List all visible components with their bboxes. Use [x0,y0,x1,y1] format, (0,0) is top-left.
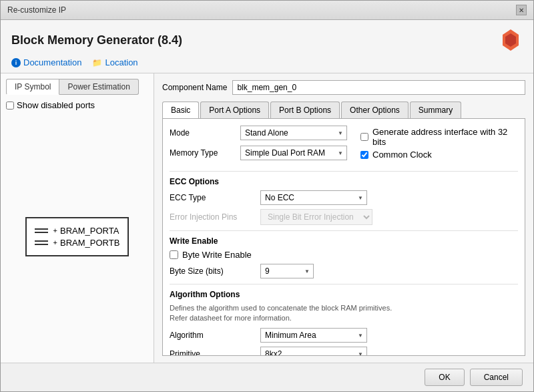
ecc-type-row: ECC Type No ECC Hamming ECC hsiao ECC [170,190,518,205]
bram-symbol: + BRAM_PORTA + BRAM_PORTB [25,217,129,256]
mode-label: Mode [170,128,236,138]
show-disabled-ports-row: Show disabled ports [6,100,148,110]
algo-row: Algorithm Minimum Area Low Power Fixed P… [170,328,518,343]
symbol-area: + BRAM_PORTA + BRAM_PORTB [6,116,148,357]
show-disabled-ports-checkbox[interactable] [6,102,14,110]
page-title: Block Memory Generator (8.4) [11,33,182,47]
footer: OK Cancel [1,363,533,391]
byte-size-select[interactable]: 8 9 [260,264,314,278]
mode-select[interactable]: Stand Alone Simple Dual Port True Dual P… [240,126,347,140]
algo-select-wrapper: Minimum Area Low Power Fixed Primitive [260,328,367,343]
error-inj-label: Error Injection Pins [170,212,256,222]
bram-porta-row: + BRAM_PORTA [35,226,120,236]
algo-section-title: Algorithm Options [170,290,518,299]
tab-power-estimation[interactable]: Power Estimation [59,79,138,95]
ip-location-link[interactable]: 📁 Location [92,57,138,67]
common-clock-checkbox[interactable] [360,151,368,159]
bram-portb-label: BRAM_PORTB [60,238,119,248]
gen-addr-checkbox[interactable] [360,133,368,141]
toolbar: i Documentation 📁 Location [1,57,533,73]
memory-type-row: Memory Type Single Port RAM Simple Dual … [170,146,347,160]
top-left: Mode Stand Alone Simple Dual Port True D… [170,126,347,166]
bram-porta-label: BRAM_PORTA [60,226,119,236]
close-button[interactable]: ✕ [516,5,527,15]
config-content-wrapper: Mode Stand Alone Simple Dual Port True D… [162,119,525,356]
porta-lines [35,228,48,233]
top-options: Mode Stand Alone Simple Dual Port True D… [170,126,518,166]
primitive-select[interactable]: 8kx2 16kx1 32kx1 [260,347,367,356]
error-inj-row: Error Injection Pins Single Bit Error In… [170,209,518,225]
ecc-type-select[interactable]: No ECC Hamming ECC hsiao ECC [260,190,367,205]
algo-description: Defines the algorithm used to concatenat… [170,303,518,324]
show-disabled-ports-label: Show disabled ports [17,100,95,110]
byte-size-select-wrapper: 8 9 [260,264,314,278]
documentation-link[interactable]: i Documentation [11,57,81,67]
main-content: IP Symbol Power Estimation Show disabled… [1,73,533,363]
primitive-select-wrapper: 8kx2 16kx1 32kx1 [260,347,367,356]
title-bar-text: Re-customize IP [7,5,66,15]
right-panel: Component Name Basic Port A Options Port… [154,73,533,363]
algo-select[interactable]: Minimum Area Low Power Fixed Primitive [260,328,367,343]
folder-icon: 📁 [92,58,102,67]
tab-basic[interactable]: Basic [162,102,199,118]
tab-ip-symbol[interactable]: IP Symbol [6,79,59,95]
dialog: Re-customize IP ✕ Block Memory Generator… [0,0,534,392]
ok-button[interactable]: OK [425,369,464,386]
memory-type-select[interactable]: Single Port RAM Simple Dual Port RAM Tru… [240,146,347,160]
common-clock-row: Common Clock [360,150,518,160]
portb-lines [35,240,48,245]
location-label: Location [105,57,138,67]
title-bar: Re-customize IP ✕ [1,1,533,20]
ecc-type-select-wrapper: No ECC Hamming ECC hsiao ECC [260,190,367,205]
bram-portb-row: + BRAM_PORTB [35,238,120,248]
gen-addr-row: Generate address interface with 32 bits [360,127,518,147]
divider-3 [170,284,518,284]
tab-summary[interactable]: Summary [410,102,461,118]
primitive-row: Primitive 8kx2 16kx1 32kx1 [170,347,518,356]
header: Block Memory Generator (8.4) [1,20,533,57]
gen-addr-label: Generate address interface with 32 bits [372,127,518,147]
ecc-type-label: ECC Type [170,193,256,202]
byte-write-row: Byte Write Enable [170,250,518,260]
ecc-section-title: ECC Options [170,177,518,186]
common-clock-label: Common Clock [372,150,432,160]
left-panel: IP Symbol Power Estimation Show disabled… [1,73,154,363]
byte-size-row: Byte Size (bits) 8 9 [170,264,518,278]
symbol-tabs: IP Symbol Power Estimation [6,79,148,95]
byte-write-checkbox[interactable] [170,250,178,259]
info-icon: i [11,58,21,67]
byte-write-label: Byte Write Enable [182,250,252,260]
documentation-label: Documentation [23,57,81,67]
config-tabs: Basic Port A Options Port B Options Othe… [162,102,525,119]
top-right: Generate address interface with 32 bits … [360,126,518,160]
tab-port-b[interactable]: Port B Options [270,102,340,118]
tab-port-a[interactable]: Port A Options [200,102,269,118]
mode-select-wrapper: Stand Alone Simple Dual Port True Dual P… [240,126,347,140]
component-name-row: Component Name [162,80,525,95]
config-content: Mode Stand Alone Simple Dual Port True D… [162,119,525,356]
component-name-input[interactable] [232,80,525,95]
error-inj-select: Single Bit Error Injection Double Bit Er… [260,209,372,225]
primitive-label: Primitive [170,349,256,356]
tab-other[interactable]: Other Options [341,102,409,118]
logo-icon [499,28,523,52]
memory-type-label: Memory Type [170,148,236,158]
mode-row: Mode Stand Alone Simple Dual Port True D… [170,126,347,140]
divider-1 [170,171,518,172]
component-name-label: Component Name [162,83,227,92]
algo-label: Algorithm [170,331,256,340]
write-enable-title: Write Enable [170,236,518,246]
memory-type-select-wrapper: Single Port RAM Simple Dual Port RAM Tru… [240,146,347,160]
cancel-button[interactable]: Cancel [470,369,523,386]
divider-2 [170,230,518,231]
byte-size-label: Byte Size (bits) [170,266,256,276]
